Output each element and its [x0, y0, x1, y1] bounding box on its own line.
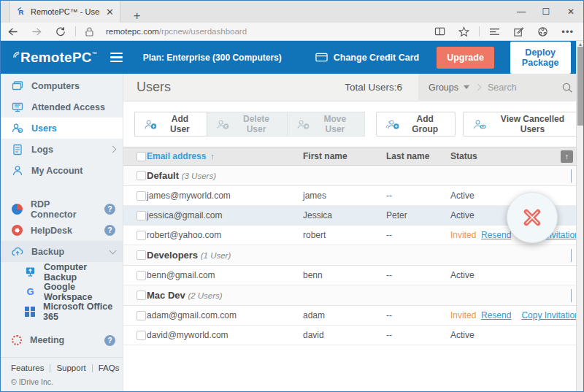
url-text[interactable]: remotepc.com/rpcnew/userdashboard [106, 27, 428, 36]
row-checkbox[interactable] [137, 211, 146, 220]
user-row: benn@gmail.com benn -- Active [123, 266, 583, 285]
scroll-to-top-button[interactable]: ↑ [561, 150, 573, 163]
sidebar-item-logs[interactable]: Logs [1, 139, 123, 160]
user-row: david@myworld.com david -- Active [123, 326, 583, 345]
group-checkbox[interactable] [137, 171, 146, 180]
row-checkbox[interactable] [137, 311, 146, 320]
help-icon[interactable]: ? [104, 335, 115, 346]
sort-ascending-icon[interactable]: ↑ [210, 152, 215, 161]
menu-hamburger-icon[interactable] [110, 53, 123, 63]
share-icon[interactable] [531, 26, 555, 37]
reading-view-icon[interactable] [428, 26, 452, 36]
favorites-star-icon[interactable] [452, 26, 476, 37]
column-last-name[interactable]: Last name [386, 151, 450, 161]
move-user-button[interactable]: Move User [288, 112, 364, 137]
tab-title: RemotePC™ - User Mar [31, 7, 100, 16]
backup-cloud-icon [12, 246, 23, 257]
row-checkbox[interactable] [137, 231, 146, 240]
sidebar-item-meeting[interactable]: Meeting ? [1, 329, 123, 351]
delete-user-icon[interactable] [521, 207, 543, 228]
sidebar-item-computers[interactable]: Computers [1, 75, 123, 96]
maximize-button[interactable]: ☐ [534, 1, 558, 23]
group-checkbox[interactable] [137, 291, 146, 300]
close-window-button[interactable]: ✕ [558, 1, 583, 23]
chevron-right-icon [474, 84, 482, 91]
search-input[interactable] [488, 82, 553, 93]
status-badge: Active [450, 191, 481, 201]
resend-link[interactable]: Resend [481, 230, 511, 240]
support-link[interactable]: Support [56, 364, 85, 372]
deploy-package-button[interactable]: Deploy Package [510, 42, 571, 74]
collapse-group-icon[interactable] [571, 249, 572, 262]
browser-tab[interactable]: R RemotePC™ - User Mar ✕ [9, 1, 120, 23]
group-row-mac-dev: Mac Dev (2 Users) [123, 285, 583, 306]
page-title: Users [137, 80, 171, 95]
filter-block: Groups [418, 74, 583, 101]
meeting-icon [12, 335, 22, 345]
page-scrollbar[interactable]: ▲ [576, 41, 583, 391]
upgrade-button[interactable]: Upgrade [437, 47, 494, 69]
row-checkbox[interactable] [137, 331, 146, 340]
row-checkbox[interactable] [137, 271, 146, 280]
column-email[interactable]: Email address↑ [147, 151, 303, 161]
more-options-icon[interactable]: ••• [555, 26, 580, 37]
sidebar-item-helpdesk[interactable]: HelpDesk ? [1, 220, 123, 241]
back-icon[interactable] [1, 27, 25, 36]
sidebar-item-attended-access[interactable]: Attended Access [1, 96, 123, 118]
view-cancelled-users-button[interactable]: View Cancelled Users [463, 112, 583, 137]
computer-backup-icon [25, 266, 36, 277]
sidebar-item-users[interactable]: Users [1, 118, 123, 139]
search-icon[interactable] [561, 82, 573, 93]
toolbar: Add User Delete User Move User Add Group… [123, 101, 583, 137]
chevron-right-icon [110, 146, 117, 153]
add-user-button[interactable]: Add User [134, 112, 207, 137]
features-link[interactable]: Features [11, 364, 44, 372]
row-checkbox[interactable] [137, 191, 146, 201]
status-badge: Active [450, 270, 481, 280]
sidebar-item-computer-backup[interactable]: Computer Backup [1, 262, 123, 282]
refresh-icon[interactable] [49, 26, 72, 36]
dropdown-arrow-icon [464, 85, 469, 89]
remotepc-logo: RemotePC ™ [12, 50, 97, 66]
new-tab-button[interactable]: + [128, 9, 146, 23]
help-icon[interactable]: ? [104, 204, 115, 215]
collapse-group-icon[interactable] [571, 289, 572, 302]
google-workspace-icon: G [25, 286, 36, 297]
minimize-button[interactable]: — [509, 1, 534, 23]
faqs-link[interactable]: FAQs [99, 364, 120, 372]
column-first-name[interactable]: First name [303, 151, 386, 161]
sidebar-item-microsoft-office-365[interactable]: Microsoft Office 365 [1, 301, 123, 321]
group-row-developers: Developers (1 User) [123, 245, 583, 266]
microsoft-office-icon [25, 307, 35, 317]
help-icon[interactable]: ? [104, 225, 115, 236]
group-checkbox[interactable] [137, 250, 146, 260]
sidebar-item-google-workspace[interactable]: G Google Workspace [1, 282, 123, 301]
add-group-icon [385, 119, 399, 130]
collapse-group-icon[interactable] [571, 169, 572, 182]
tab-close-icon[interactable]: ✕ [104, 7, 115, 18]
scrollbar-thumb[interactable] [577, 47, 583, 126]
status-badge: Active [450, 330, 481, 340]
lock-icon [79, 27, 100, 36]
groups-dropdown[interactable]: Groups [418, 82, 475, 93]
column-status[interactable]: Status [450, 151, 481, 161]
browser-window: R RemotePC™ - User Mar ✕ + — ☐ ✕ remotep… [0, 0, 584, 392]
delete-user-button[interactable]: Delete User [207, 112, 288, 137]
sidebar: Computers Attended Access Users Logs My … [1, 74, 123, 392]
attended-access-icon [12, 101, 23, 113]
logs-icon [12, 144, 23, 155]
sidebar-item-my-account[interactable]: My Account [1, 160, 123, 181]
sidebar-item-rdp-connector[interactable]: RDP Connector ? [1, 199, 123, 220]
change-credit-card-button[interactable]: Change Credit Card [315, 53, 419, 63]
users-icon [12, 123, 23, 134]
forward-icon[interactable] [25, 27, 49, 36]
status-badge: Active [450, 210, 481, 220]
hub-icon[interactable] [483, 27, 507, 36]
copyright: © IDrive Inc. [1, 375, 123, 392]
select-all-checkbox[interactable] [137, 152, 146, 161]
web-note-icon[interactable] [507, 26, 531, 37]
sidebar-item-backup[interactable]: Backup [1, 241, 123, 262]
add-group-button[interactable]: Add Group [376, 112, 456, 137]
copy-invitation-link[interactable]: Copy Invitation [521, 310, 579, 320]
resend-link[interactable]: Resend [481, 310, 511, 320]
